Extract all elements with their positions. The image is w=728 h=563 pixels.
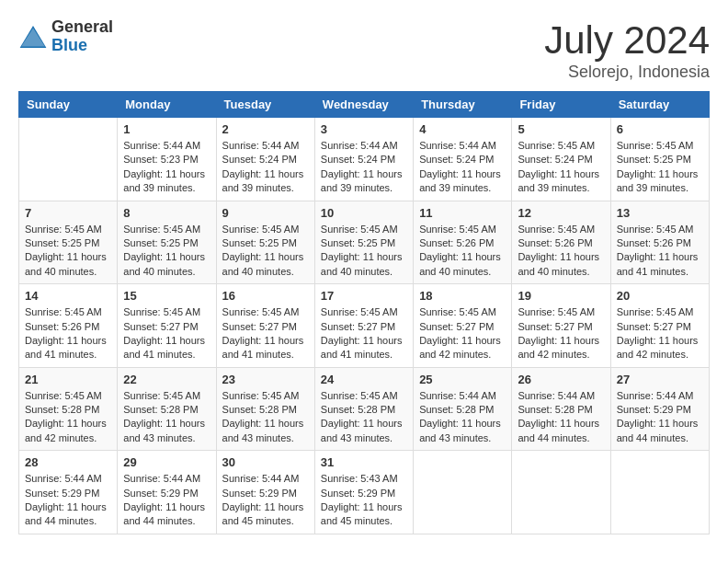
day-info: Sunrise: 5:45 AM Sunset: 5:27 PM Dayligh… xyxy=(222,305,309,362)
day-info: Sunrise: 5:45 AM Sunset: 5:28 PM Dayligh… xyxy=(25,389,111,446)
column-header-monday: Monday xyxy=(118,92,216,118)
day-number: 10 xyxy=(321,206,407,220)
day-number: 5 xyxy=(518,122,604,136)
day-info: Sunrise: 5:44 AM Sunset: 5:24 PM Dayligh… xyxy=(419,139,506,196)
logo-icon xyxy=(18,22,48,52)
day-number: 3 xyxy=(321,122,407,136)
column-header-tuesday: Tuesday xyxy=(216,92,314,118)
day-info: Sunrise: 5:44 AM Sunset: 5:29 PM Dayligh… xyxy=(222,472,309,529)
month-title: July 2024 xyxy=(544,18,710,63)
day-info: Sunrise: 5:45 AM Sunset: 5:25 PM Dayligh… xyxy=(222,223,309,280)
day-info: Sunrise: 5:44 AM Sunset: 5:24 PM Dayligh… xyxy=(222,139,309,196)
day-info: Sunrise: 5:45 AM Sunset: 5:24 PM Dayligh… xyxy=(518,139,604,196)
calendar-cell: 16Sunrise: 5:45 AM Sunset: 5:27 PM Dayli… xyxy=(216,284,314,368)
calendar-week-row: 7Sunrise: 5:45 AM Sunset: 5:25 PM Daylig… xyxy=(19,201,710,284)
page-header: General Blue July 2024 Selorejo, Indones… xyxy=(18,18,710,82)
day-number: 18 xyxy=(419,289,506,303)
day-number: 15 xyxy=(123,289,210,303)
calendar-cell xyxy=(512,451,610,534)
logo-text: General Blue xyxy=(51,18,113,55)
calendar-cell: 5Sunrise: 5:45 AM Sunset: 5:24 PM Daylig… xyxy=(512,118,610,201)
day-number: 28 xyxy=(25,455,111,469)
day-info: Sunrise: 5:45 AM Sunset: 5:27 PM Dayligh… xyxy=(123,305,210,362)
calendar-cell: 9Sunrise: 5:45 AM Sunset: 5:25 PM Daylig… xyxy=(216,201,314,284)
column-header-wednesday: Wednesday xyxy=(314,92,413,118)
title-block: July 2024 Selorejo, Indonesia xyxy=(544,18,710,82)
calendar-cell: 8Sunrise: 5:45 AM Sunset: 5:25 PM Daylig… xyxy=(118,201,216,284)
day-number: 30 xyxy=(222,455,309,469)
day-number: 12 xyxy=(518,206,604,220)
calendar-cell: 1Sunrise: 5:44 AM Sunset: 5:23 PM Daylig… xyxy=(118,118,216,201)
calendar-week-row: 1Sunrise: 5:44 AM Sunset: 5:23 PM Daylig… xyxy=(19,118,710,201)
day-info: Sunrise: 5:45 AM Sunset: 5:27 PM Dayligh… xyxy=(617,305,703,362)
calendar-cell: 30Sunrise: 5:44 AM Sunset: 5:29 PM Dayli… xyxy=(216,451,314,534)
column-header-saturday: Saturday xyxy=(610,92,709,118)
day-number: 17 xyxy=(321,289,407,303)
day-info: Sunrise: 5:44 AM Sunset: 5:28 PM Dayligh… xyxy=(419,389,506,446)
day-info: Sunrise: 5:45 AM Sunset: 5:27 PM Dayligh… xyxy=(518,305,604,362)
calendar-cell: 17Sunrise: 5:45 AM Sunset: 5:27 PM Dayli… xyxy=(314,284,413,368)
calendar-cell: 15Sunrise: 5:45 AM Sunset: 5:27 PM Dayli… xyxy=(118,284,216,368)
day-info: Sunrise: 5:45 AM Sunset: 5:28 PM Dayligh… xyxy=(321,389,407,446)
calendar-cell: 4Sunrise: 5:44 AM Sunset: 5:24 PM Daylig… xyxy=(414,118,512,201)
day-info: Sunrise: 5:44 AM Sunset: 5:29 PM Dayligh… xyxy=(25,472,111,529)
day-info: Sunrise: 5:45 AM Sunset: 5:25 PM Dayligh… xyxy=(617,139,703,196)
calendar-cell: 23Sunrise: 5:45 AM Sunset: 5:28 PM Dayli… xyxy=(216,367,314,451)
calendar-cell: 7Sunrise: 5:45 AM Sunset: 5:25 PM Daylig… xyxy=(19,201,118,284)
day-info: Sunrise: 5:43 AM Sunset: 5:29 PM Dayligh… xyxy=(321,472,407,529)
calendar-cell: 10Sunrise: 5:45 AM Sunset: 5:25 PM Dayli… xyxy=(314,201,413,284)
day-number: 27 xyxy=(617,373,703,386)
day-number: 24 xyxy=(321,373,407,386)
day-info: Sunrise: 5:44 AM Sunset: 5:29 PM Dayligh… xyxy=(123,472,210,529)
day-number: 1 xyxy=(123,122,210,136)
day-number: 8 xyxy=(123,206,210,220)
column-header-thursday: Thursday xyxy=(414,92,512,118)
calendar-cell: 28Sunrise: 5:44 AM Sunset: 5:29 PM Dayli… xyxy=(19,451,118,534)
day-number: 26 xyxy=(518,373,604,386)
day-info: Sunrise: 5:44 AM Sunset: 5:29 PM Dayligh… xyxy=(617,389,703,446)
day-number: 4 xyxy=(419,122,506,136)
calendar-cell: 3Sunrise: 5:44 AM Sunset: 5:24 PM Daylig… xyxy=(314,118,413,201)
calendar-cell: 31Sunrise: 5:43 AM Sunset: 5:29 PM Dayli… xyxy=(314,451,413,534)
day-info: Sunrise: 5:45 AM Sunset: 5:27 PM Dayligh… xyxy=(419,305,506,362)
calendar-cell: 27Sunrise: 5:44 AM Sunset: 5:29 PM Dayli… xyxy=(610,367,709,451)
calendar-cell: 26Sunrise: 5:44 AM Sunset: 5:28 PM Dayli… xyxy=(512,367,610,451)
day-number: 19 xyxy=(518,289,604,303)
day-info: Sunrise: 5:44 AM Sunset: 5:24 PM Dayligh… xyxy=(321,139,407,196)
logo: General Blue xyxy=(18,18,113,55)
column-header-friday: Friday xyxy=(512,92,610,118)
calendar-cell: 13Sunrise: 5:45 AM Sunset: 5:26 PM Dayli… xyxy=(610,201,709,284)
day-number: 7 xyxy=(25,206,111,220)
calendar-cell: 19Sunrise: 5:45 AM Sunset: 5:27 PM Dayli… xyxy=(512,284,610,368)
day-info: Sunrise: 5:45 AM Sunset: 5:26 PM Dayligh… xyxy=(617,223,703,280)
calendar-week-row: 14Sunrise: 5:45 AM Sunset: 5:26 PM Dayli… xyxy=(19,284,710,368)
day-number: 21 xyxy=(25,373,111,386)
calendar-cell xyxy=(414,451,512,534)
calendar-week-row: 28Sunrise: 5:44 AM Sunset: 5:29 PM Dayli… xyxy=(19,451,710,534)
calendar-cell: 29Sunrise: 5:44 AM Sunset: 5:29 PM Dayli… xyxy=(118,451,216,534)
location: Selorejo, Indonesia xyxy=(544,63,710,82)
day-number: 6 xyxy=(617,122,703,136)
calendar-cell xyxy=(19,118,118,201)
day-info: Sunrise: 5:45 AM Sunset: 5:28 PM Dayligh… xyxy=(123,389,210,446)
day-number: 29 xyxy=(123,455,210,469)
day-info: Sunrise: 5:45 AM Sunset: 5:27 PM Dayligh… xyxy=(321,305,407,362)
calendar-cell: 22Sunrise: 5:45 AM Sunset: 5:28 PM Dayli… xyxy=(118,367,216,451)
calendar-cell: 25Sunrise: 5:44 AM Sunset: 5:28 PM Dayli… xyxy=(414,367,512,451)
day-info: Sunrise: 5:45 AM Sunset: 5:26 PM Dayligh… xyxy=(518,223,604,280)
day-info: Sunrise: 5:45 AM Sunset: 5:25 PM Dayligh… xyxy=(123,223,210,280)
svg-marker-1 xyxy=(21,28,45,46)
calendar-week-row: 21Sunrise: 5:45 AM Sunset: 5:28 PM Dayli… xyxy=(19,367,710,451)
calendar-cell: 2Sunrise: 5:44 AM Sunset: 5:24 PM Daylig… xyxy=(216,118,314,201)
day-number: 20 xyxy=(617,289,703,303)
day-number: 13 xyxy=(617,206,703,220)
day-info: Sunrise: 5:45 AM Sunset: 5:26 PM Dayligh… xyxy=(25,305,111,362)
calendar-cell xyxy=(610,451,709,534)
logo-blue: Blue xyxy=(51,37,113,55)
calendar-cell: 12Sunrise: 5:45 AM Sunset: 5:26 PM Dayli… xyxy=(512,201,610,284)
day-number: 2 xyxy=(222,122,309,136)
calendar-cell: 18Sunrise: 5:45 AM Sunset: 5:27 PM Dayli… xyxy=(414,284,512,368)
calendar-table: SundayMondayTuesdayWednesdayThursdayFrid… xyxy=(18,91,710,534)
calendar-cell: 21Sunrise: 5:45 AM Sunset: 5:28 PM Dayli… xyxy=(19,367,118,451)
day-number: 9 xyxy=(222,206,309,220)
